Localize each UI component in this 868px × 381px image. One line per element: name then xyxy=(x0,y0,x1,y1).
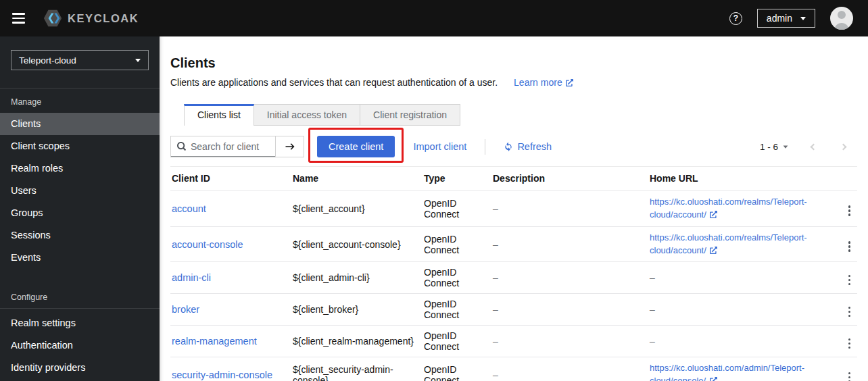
client-id-link[interactable]: account xyxy=(172,203,206,214)
tab-client-registration[interactable]: Client registration xyxy=(360,104,460,126)
chevron-left-icon xyxy=(811,143,817,150)
realm-selector-value: Teleport-cloud xyxy=(19,55,76,66)
cell-client-id: account-console xyxy=(170,226,293,262)
tab-initial-access-token[interactable]: Initial access token xyxy=(254,104,360,126)
tab-clients-list[interactable]: Clients list xyxy=(184,104,254,126)
kebab-menu-button[interactable] xyxy=(843,336,857,351)
table-row: admin-cli${client_admin-cli}OpenID Conne… xyxy=(170,262,857,294)
client-id-link[interactable]: broker xyxy=(172,304,199,315)
sidebar-item-authentication[interactable]: Authentication xyxy=(0,334,160,357)
learn-more-label: Learn more xyxy=(514,77,562,88)
cell-type: OpenID Connect xyxy=(424,326,493,357)
cell-description: – xyxy=(493,262,650,294)
table-row: realm-management${client_realm-managemen… xyxy=(170,326,857,357)
cell-home-url: https://kc.oluoshati.com/realms/Teleport… xyxy=(650,226,831,262)
sidebar: Teleport-cloud ManageClientsClient scope… xyxy=(0,36,160,381)
cell-name: ${client_account} xyxy=(293,191,424,227)
client-id-link[interactable]: account-console xyxy=(172,239,243,250)
main-content: Clients Clients are applications and ser… xyxy=(160,36,868,381)
table-header-row: Client IDNameTypeDescriptionHome URL xyxy=(170,167,857,191)
nav-section-configure: ConfigureRealm settingsAuthenticationIde… xyxy=(0,284,160,379)
kebab-menu-icon xyxy=(848,372,851,381)
kebab-menu-icon xyxy=(848,338,851,349)
cell-type: OpenID Connect xyxy=(424,294,493,326)
home-url-link[interactable]: https://kc.oluoshati.com/realms/Teleport… xyxy=(650,197,807,220)
avatar[interactable] xyxy=(830,7,853,30)
hamburger-menu-icon[interactable] xyxy=(12,13,25,24)
user-menu[interactable]: admin xyxy=(757,9,815,28)
cell-name: ${client_security-admin-console} xyxy=(293,357,424,381)
cell-type: OpenID Connect xyxy=(424,262,493,294)
cell-name: ${client_admin-cli} xyxy=(293,262,424,294)
client-id-link[interactable]: admin-cli xyxy=(172,272,211,283)
chevron-down-icon xyxy=(135,59,141,62)
cell-description: – xyxy=(493,191,650,227)
external-link-icon xyxy=(710,211,717,218)
pagination-top: 1 - 6 xyxy=(760,142,857,152)
client-id-link[interactable]: security-admin-console xyxy=(172,370,272,380)
cell-type: OpenID Connect xyxy=(424,226,493,262)
table-row: account-console${client_account-console}… xyxy=(170,226,857,262)
sidebar-item-realm-roles[interactable]: Realm roles xyxy=(0,157,160,180)
cell-description: – xyxy=(493,326,650,357)
home-url-link[interactable]: https://kc.oluoshati.com/admin/Teleport-… xyxy=(650,363,804,381)
sidebar-item-groups[interactable]: Groups xyxy=(0,202,160,224)
previous-page-button[interactable] xyxy=(809,143,818,151)
arrow-right-icon xyxy=(285,141,295,152)
sidebar-item-clients[interactable]: Clients xyxy=(0,113,160,135)
search-submit-button[interactable] xyxy=(275,136,304,157)
cell-home-url: – xyxy=(650,262,831,294)
sidebar-item-events[interactable]: Events xyxy=(0,247,160,269)
refresh-icon xyxy=(504,142,513,151)
sidebar-item-identity-providers[interactable]: Identity providers xyxy=(0,357,160,379)
search-field xyxy=(171,136,275,157)
cell-home-url: https://kc.oluoshati.com/admin/Teleport-… xyxy=(650,357,831,381)
realm-selector[interactable]: Teleport-cloud xyxy=(11,50,149,70)
cell-name: ${client_broker} xyxy=(293,294,424,326)
topbar-actions: ? admin xyxy=(729,7,853,30)
kebab-menu-icon xyxy=(848,241,851,252)
sidebar-item-users[interactable]: Users xyxy=(0,180,160,202)
kebab-menu-button[interactable] xyxy=(843,370,857,381)
sidebar-item-sessions[interactable]: Sessions xyxy=(0,224,160,247)
kebab-menu-button[interactable] xyxy=(843,239,857,254)
cell-actions xyxy=(831,191,857,227)
column-header-actions xyxy=(831,167,857,191)
create-client-button[interactable]: Create client xyxy=(317,136,395,157)
help-icon[interactable]: ? xyxy=(729,12,742,25)
cell-client-id: realm-management xyxy=(170,326,293,357)
kebab-menu-icon xyxy=(848,275,851,286)
cell-actions xyxy=(831,262,857,294)
refresh-link[interactable]: Refresh xyxy=(504,141,552,152)
home-url-link[interactable]: https://kc.oluoshati.com/realms/Teleport… xyxy=(650,232,807,255)
sidebar-item-client-scopes[interactable]: Client scopes xyxy=(0,135,160,157)
kebab-menu-button[interactable] xyxy=(843,203,857,218)
chevron-right-icon xyxy=(840,143,847,150)
table-body: account${client_account}OpenID Connect–h… xyxy=(170,191,857,381)
external-link-icon xyxy=(710,247,717,254)
pagination-dropdown[interactable]: 1 - 6 xyxy=(760,142,788,152)
cell-client-id: security-admin-console xyxy=(170,357,293,381)
clients-table: Client IDNameTypeDescriptionHome URL acc… xyxy=(170,167,857,381)
page-subtitle: Clients are applications and services th… xyxy=(170,77,498,88)
learn-more-link[interactable]: Learn more xyxy=(514,77,573,88)
client-id-link[interactable]: realm-management xyxy=(172,336,257,347)
chevron-down-icon xyxy=(800,17,806,20)
home-url-text: https://kc.oluoshati.com/realms/Teleport… xyxy=(650,232,807,255)
cell-description: – xyxy=(493,294,650,326)
next-page-button[interactable] xyxy=(839,143,848,151)
cell-actions xyxy=(831,294,857,326)
nav-section-manage: ManageClientsClient scopesRealm rolesUse… xyxy=(0,88,160,269)
cell-description: – xyxy=(493,357,650,381)
kebab-menu-button[interactable] xyxy=(843,273,857,288)
refresh-label: Refresh xyxy=(517,141,552,152)
sidebar-item-realm-settings[interactable]: Realm settings xyxy=(0,312,160,334)
cell-type: OpenID Connect xyxy=(424,191,493,227)
search-input[interactable] xyxy=(191,141,269,152)
external-link-icon xyxy=(710,377,717,381)
keycloak-logo[interactable]: KEYCLOAK xyxy=(43,8,139,28)
table-row: security-admin-console${client_security-… xyxy=(170,357,857,381)
external-link-icon xyxy=(566,79,573,86)
import-client-link[interactable]: Import client xyxy=(413,141,466,152)
kebab-menu-button[interactable] xyxy=(843,305,857,320)
